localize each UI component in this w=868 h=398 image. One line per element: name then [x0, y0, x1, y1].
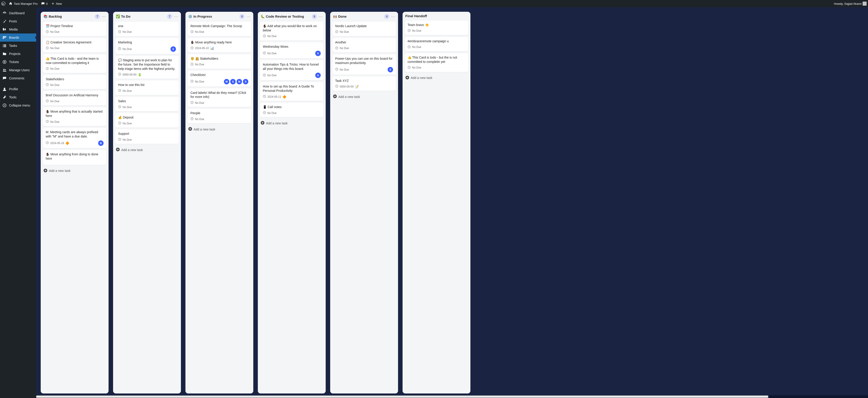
site-title: Task Manager Pro	[14, 2, 38, 5]
comments-link[interactable]: 0	[41, 2, 48, 6]
site-home-link[interactable]: Task Manager Pro	[9, 2, 38, 6]
new-link[interactable]: New	[51, 2, 62, 6]
comment-icon	[41, 2, 45, 6]
new-label: New	[56, 2, 62, 5]
comments-count: 0	[46, 2, 48, 5]
howdy-text: Howdy, Sajjad Akand	[834, 2, 862, 5]
howdy-link[interactable]: Howdy, Sajjad Akand	[834, 2, 867, 6]
wp-logo[interactable]	[1, 2, 5, 6]
avatar	[863, 2, 867, 6]
wordpress-icon	[1, 2, 5, 6]
admin-bar: Task Manager Pro 0 New Howdy, Sajjad Aka…	[0, 0, 868, 7]
plus-icon	[51, 2, 55, 6]
home-icon	[9, 2, 13, 6]
